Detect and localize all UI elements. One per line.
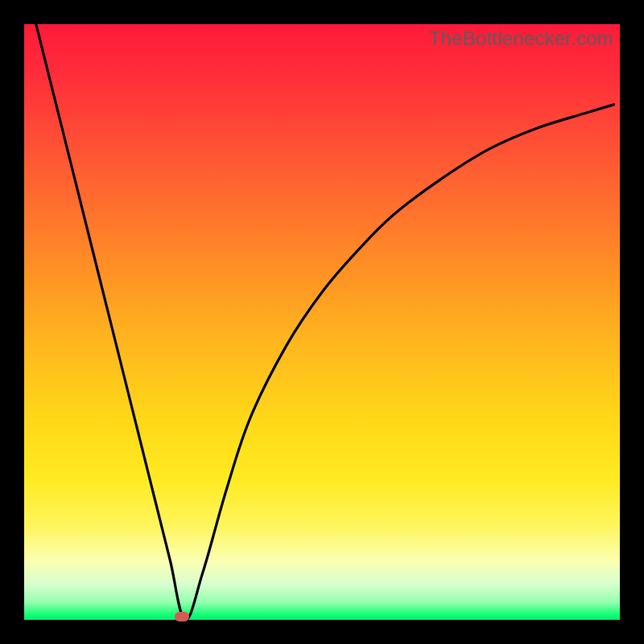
bottleneck-curve <box>24 24 620 620</box>
plot-area: TheBottlenecker.com <box>24 24 620 620</box>
optimum-marker <box>175 612 189 621</box>
curve-path <box>36 24 614 620</box>
chart-frame: TheBottlenecker.com <box>0 0 644 644</box>
